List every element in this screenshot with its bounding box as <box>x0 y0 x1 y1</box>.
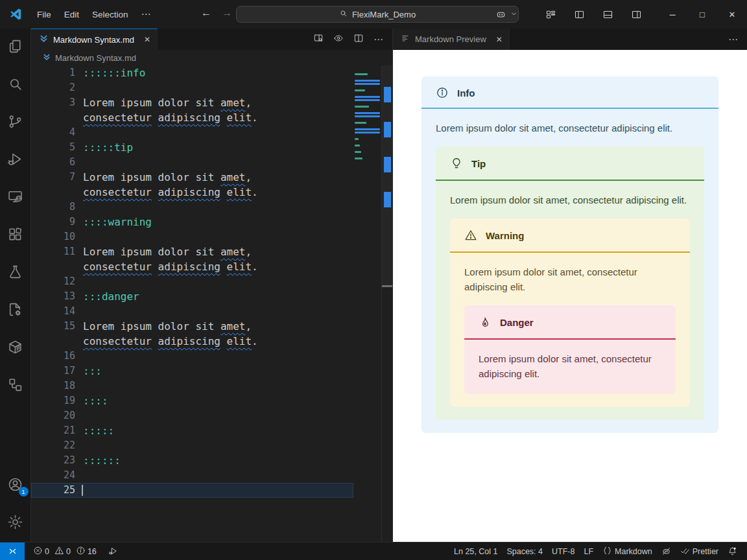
editor-line[interactable]: 21::::: <box>31 423 353 438</box>
tab-markdown-preview[interactable]: Markdown Preview ✕ <box>393 29 510 50</box>
notifications-bell-icon[interactable] <box>723 542 742 560</box>
admonition-danger: DangerLorem ipsum dolor sit amet, consec… <box>464 305 676 394</box>
code-text: . <box>252 335 258 347</box>
editor-line[interactable]: 13:::danger <box>31 289 353 304</box>
editor-line[interactable]: 7Lorem ipsum dolor sit amet, <box>31 170 353 185</box>
error-count: 0 <box>45 547 49 556</box>
editor-more-actions-button[interactable]: ⋯ <box>374 34 384 45</box>
copilot-disabled-status[interactable] <box>657 542 676 560</box>
customize-layout-button[interactable] <box>541 5 560 24</box>
toggle-sidebar-button[interactable] <box>569 5 589 24</box>
editor-line[interactable]: 15Lorem ipsum dolor sit amet, <box>31 319 353 334</box>
activity-item-flowchart-icon[interactable] <box>5 373 27 395</box>
activity-item-testing-icon[interactable] <box>5 261 27 283</box>
misspelled-word: amet <box>220 171 246 183</box>
misspelled-word: adipiscing <box>158 261 220 273</box>
close-tab-icon[interactable]: ✕ <box>144 35 150 44</box>
code-text: Lorem ipsum dolor sit <box>83 97 220 109</box>
copilot-menu-button[interactable] <box>491 5 517 24</box>
preview-more-actions-button[interactable]: ⋯ <box>728 34 739 45</box>
minimap-line <box>355 112 380 114</box>
open-preview-side-icon[interactable] <box>313 33 324 46</box>
code-text: . <box>252 261 258 273</box>
editor-line[interactable]: 1::::::info <box>31 65 353 80</box>
menu-edit[interactable]: Edit <box>58 6 86 23</box>
preview-group: Markdown Preview ✕ ⋯ InfoLorem ipsum dol… <box>392 29 747 542</box>
menu-overflow-button[interactable]: ⋯ <box>135 5 158 23</box>
breadcrumb[interactable]: Markdown Syntax.md <box>31 50 392 65</box>
editor-line[interactable]: 20 <box>31 408 353 423</box>
navigate-back-button[interactable]: ← <box>198 7 214 19</box>
activity-item-extensions-icon[interactable] <box>5 223 27 245</box>
command-center-search[interactable]: FlexiMark_Demo <box>236 6 519 23</box>
editor-line[interactable]: 2 <box>31 80 353 95</box>
code-editor[interactable]: 1::::::info23Lorem ipsum dolor sit amet,… <box>31 65 353 542</box>
close-window-button[interactable]: ✕ <box>717 0 747 29</box>
eye-preview-icon <box>333 33 344 43</box>
cursor-position-status[interactable]: Ln 25, Col 1 <box>449 542 502 560</box>
editor-line[interactable]: 5:::::tip <box>31 140 353 155</box>
close-tab-icon[interactable]: ✕ <box>496 35 503 44</box>
toggle-panel-button[interactable] <box>598 5 617 24</box>
editor-line[interactable]: 18 <box>31 379 353 393</box>
problems-status[interactable]: 0 0 16 <box>29 542 104 560</box>
editor-scrollbar[interactable] <box>381 65 392 542</box>
activity-item-run-debug-icon[interactable] <box>5 148 27 170</box>
editor-line[interactable]: 12 <box>31 274 353 289</box>
eol-status[interactable]: LF <box>579 542 598 560</box>
language-mode-status[interactable]: Markdown <box>598 542 657 560</box>
editor-line[interactable]: 19:::: <box>31 393 353 408</box>
activity-item-search-icon[interactable] <box>5 73 27 95</box>
settings-button[interactable] <box>5 511 27 533</box>
editor-line[interactable]: 4 <box>31 125 353 140</box>
menu-selection[interactable]: Selection <box>86 6 135 23</box>
tab-markdown-syntax[interactable]: Markdown Syntax.md ✕ <box>31 29 158 50</box>
split-editor-icon[interactable] <box>353 33 364 46</box>
editor-line[interactable]: 11Lorem ipsum dolor sit amet, <box>31 244 353 259</box>
double-check-icon <box>680 546 690 557</box>
editor-line[interactable]: consectetur adipiscing elit. <box>31 185 353 200</box>
editor-line[interactable]: 22 <box>31 438 353 453</box>
remote-explorer-icon <box>7 189 23 205</box>
formatter-status[interactable]: Prettier <box>676 542 723 560</box>
editor-line[interactable]: 16 <box>31 349 353 364</box>
navigate-forward-button[interactable]: → <box>219 7 235 19</box>
remote-indicator[interactable] <box>0 542 25 560</box>
editor-line[interactable]: 17::: <box>31 364 353 379</box>
double-check-icon <box>680 546 690 555</box>
directive-token: ::::::info <box>83 67 145 79</box>
editor-line[interactable]: 24 <box>31 468 353 483</box>
editor-line[interactable]: 3Lorem ipsum dolor sit amet, <box>31 95 353 110</box>
minimap[interactable] <box>353 65 381 542</box>
activity-item-container-icon[interactable] <box>5 336 27 358</box>
minimize-button[interactable]: ─ <box>658 0 687 29</box>
editor-line[interactable]: consectetur adipiscing elit. <box>31 259 353 274</box>
menu-file[interactable]: File <box>30 6 58 23</box>
editor-line[interactable]: 6 <box>31 155 353 170</box>
maximize-button[interactable]: □ <box>687 0 717 29</box>
encoding-status[interactable]: UTF-8 <box>547 542 579 560</box>
file-gear-icon <box>7 301 23 318</box>
code-text <box>152 261 158 273</box>
toggle-secondary-sidebar-button[interactable] <box>626 5 646 24</box>
editor-line[interactable]: 8 <box>31 200 353 215</box>
editor-line[interactable]: 25 <box>31 483 353 498</box>
accounts-button[interactable]: 1 <box>5 473 27 495</box>
activity-item-source-control-icon[interactable] <box>5 110 27 132</box>
misspelled-word: elit <box>227 335 252 347</box>
activity-item-file-gear-icon[interactable] <box>5 298 27 320</box>
editor-line[interactable]: consectetur adipiscing elit. <box>31 110 353 125</box>
remote-icon <box>8 546 18 556</box>
editor-line[interactable]: 14 <box>31 304 353 319</box>
activity-item-files-icon[interactable] <box>5 35 27 57</box>
line-number <box>31 334 75 349</box>
editor-line[interactable]: consectetur adipiscing elit. <box>31 334 353 349</box>
indentation-status[interactable]: Spaces: 4 <box>502 542 547 560</box>
eye-preview-icon[interactable] <box>333 33 344 46</box>
lightbulb-icon <box>450 157 463 170</box>
debug-status-icon[interactable] <box>104 542 123 560</box>
activity-item-remote-explorer-icon[interactable] <box>5 185 27 207</box>
editor-line[interactable]: 9::::warning <box>31 215 353 229</box>
editor-line[interactable]: 23:::::: <box>31 453 353 468</box>
editor-line[interactable]: 10 <box>31 229 353 244</box>
